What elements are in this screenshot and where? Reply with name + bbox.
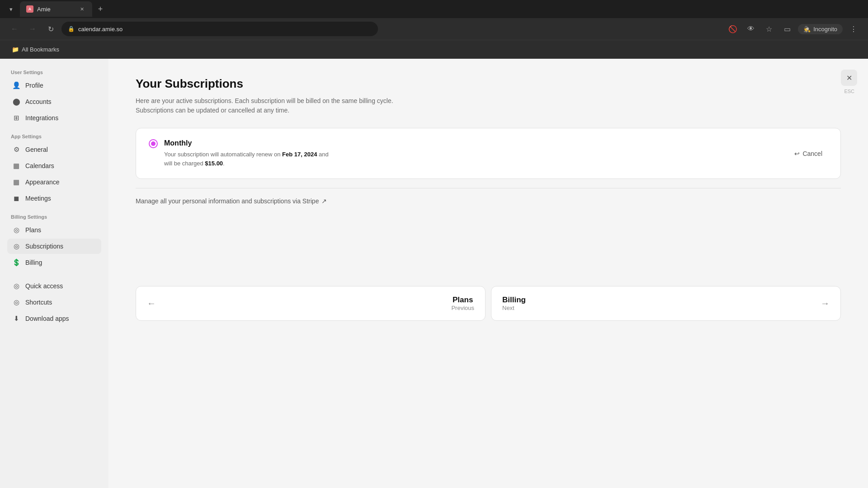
incognito-label: Incognito xyxy=(813,26,837,33)
cancel-subscription-btn[interactable]: ↩ Cancel xyxy=(789,147,828,160)
tab-title: Amie xyxy=(37,6,51,13)
subscription-radio xyxy=(149,139,158,148)
sidebar-item-meetings[interactable]: ◼ Meetings xyxy=(7,191,101,206)
tab-history-btn[interactable]: ▾ xyxy=(4,2,18,16)
billing-settings-label: Billing Settings xyxy=(7,214,101,220)
lock-icon: 🔒 xyxy=(68,26,75,32)
cancel-label: Cancel xyxy=(802,150,822,157)
sidebar-item-label: Shortcuts xyxy=(25,299,52,306)
sidebar-item-accounts[interactable]: ⬤ Accounts xyxy=(7,94,101,109)
cancel-icon: ↩ xyxy=(794,150,800,157)
next-btn-main: Billing xyxy=(502,296,526,305)
sidebar-item-label: Accounts xyxy=(25,98,52,105)
sidebar-item-calendars[interactable]: ▦ Calendars xyxy=(7,158,101,174)
close-button[interactable]: ✕ xyxy=(841,70,857,86)
more-menu-btn[interactable]: ⋮ xyxy=(846,22,861,36)
prev-nav-btn[interactable]: ← Plans Previous xyxy=(136,286,486,321)
bookmarks-bar: 📁 All Bookmarks xyxy=(0,40,868,59)
sidebar-item-label: Plans xyxy=(25,226,41,234)
address-bar[interactable]: 🔒 calendar.amie.so xyxy=(61,22,378,36)
esc-label: ESC xyxy=(844,89,854,94)
prev-btn-sub: Previous xyxy=(451,305,474,311)
prev-btn-main: Plans xyxy=(451,296,474,305)
sidebar-item-label: Quick access xyxy=(25,282,63,290)
sidebar-item-profile[interactable]: 👤 Profile xyxy=(7,78,101,93)
incognito-badge: 🕵 Incognito xyxy=(798,24,843,34)
forward-btn[interactable]: → xyxy=(25,22,40,36)
calendars-icon: ▦ xyxy=(12,161,21,170)
sidebar-item-subscriptions[interactable]: ◎ Subscriptions xyxy=(7,239,101,254)
bookmark-folder-icon: 📁 xyxy=(12,46,19,53)
browser-tab[interactable]: A Amie ✕ xyxy=(20,1,92,17)
accounts-icon: ⬤ xyxy=(12,97,21,106)
stripe-external-icon: ↗ xyxy=(321,197,327,205)
sidebar-item-label: General xyxy=(25,146,48,153)
sidebar-item-label: Billing xyxy=(25,259,42,266)
next-nav-btn[interactable]: Billing Next → xyxy=(491,286,841,321)
sidebar-item-general[interactable]: ⚙ General xyxy=(7,142,101,157)
new-tab-btn[interactable]: + xyxy=(94,3,107,15)
browser-chrome: ▾ A Amie ✕ + ← → ↻ 🔒 calendar.amie.so 🚫 … xyxy=(0,0,868,59)
prev-btn-content: Plans Previous xyxy=(451,296,474,311)
meetings-icon: ◼ xyxy=(12,194,21,203)
sidebar-item-quick-access[interactable]: ◎ Quick access xyxy=(7,278,101,294)
amount: $15.00 xyxy=(205,160,223,167)
sidebar-item-label: Appearance xyxy=(25,178,60,186)
stripe-link[interactable]: Manage all your personal information and… xyxy=(136,197,841,205)
tab-close-btn[interactable]: ✕ xyxy=(78,5,86,13)
sidebar-item-appearance[interactable]: ▦ Appearance xyxy=(7,174,101,190)
subscription-description: Your subscription will automatically ren… xyxy=(164,150,329,168)
section-divider xyxy=(136,188,841,188)
sidebar-item-label: Meetings xyxy=(25,195,51,202)
star-icon[interactable]: ☆ xyxy=(762,22,776,36)
close-icon: ✕ xyxy=(846,74,852,82)
sidebar: User Settings 👤 Profile ⬤ Accounts ⊞ Int… xyxy=(0,59,108,488)
url-text: calendar.amie.so xyxy=(78,26,123,33)
eye-icon[interactable]: 👁 xyxy=(744,22,758,36)
sidebar-item-label: Subscriptions xyxy=(25,243,63,250)
billing-icon: 💲 xyxy=(12,258,21,267)
sidebar-item-integrations[interactable]: ⊞ Integrations xyxy=(7,110,101,126)
download-apps-icon: ⬇ xyxy=(12,314,21,323)
all-bookmarks-btn[interactable]: 📁 All Bookmarks xyxy=(7,44,64,55)
app-settings-label: App Settings xyxy=(7,134,101,139)
prev-arrow-icon: ← xyxy=(147,298,156,309)
sidebar-item-shortcuts[interactable]: ◎ Shortcuts xyxy=(7,295,101,310)
all-bookmarks-label: All Bookmarks xyxy=(22,46,59,53)
desc-mid: and xyxy=(317,151,328,158)
nav-footer: ← Plans Previous Billing Next → xyxy=(136,286,841,321)
reload-btn[interactable]: ↻ xyxy=(43,22,58,36)
sidebar-item-billing[interactable]: 💲 Billing xyxy=(7,255,101,270)
subtitle-line1: Here are your active subscriptions. Each… xyxy=(136,97,393,104)
amount-suffix: . xyxy=(223,160,225,167)
renewal-date: Feb 17, 2024 xyxy=(282,151,317,158)
next-btn-sub: Next xyxy=(502,305,526,311)
subtitle-line2: Subscriptions can be updated or cancelle… xyxy=(136,107,289,114)
sidebar-item-plans[interactable]: ◎ Plans xyxy=(7,222,101,238)
main-content: ✕ ESC Your Subscriptions Here are your a… xyxy=(108,59,868,488)
subscription-details: Monthly Your subscription will automatic… xyxy=(164,139,329,168)
browser-tabs-bar: ▾ A Amie ✕ + xyxy=(0,0,868,18)
sidebar-item-label: Integrations xyxy=(25,114,58,122)
sidebar-icon[interactable]: ▭ xyxy=(780,22,794,36)
tab-favicon: A xyxy=(26,5,33,13)
general-icon: ⚙ xyxy=(12,145,21,154)
quick-access-icon: ◎ xyxy=(12,282,21,291)
sidebar-item-download-apps[interactable]: ⬇ Download apps xyxy=(7,311,101,326)
plans-icon: ◎ xyxy=(12,225,21,235)
incognito-icon: 🕵 xyxy=(803,26,811,33)
desc-pre: Your subscription will automatically ren… xyxy=(164,151,282,158)
stripe-text: Manage all your personal information and… xyxy=(136,197,319,205)
page-title: Your Subscriptions xyxy=(136,77,841,91)
subscriptions-icon: ◎ xyxy=(12,242,21,251)
eye-slash-icon[interactable]: 🚫 xyxy=(726,22,740,36)
page-subtitle: Here are your active subscriptions. Each… xyxy=(136,96,841,115)
nav-right-actions: 🚫 👁 ☆ ▭ 🕵 Incognito ⋮ xyxy=(726,22,861,36)
subscription-plan-name: Monthly xyxy=(164,139,329,147)
back-btn[interactable]: ← xyxy=(7,22,22,36)
sidebar-item-label: Calendars xyxy=(25,162,54,169)
appearance-icon: ▦ xyxy=(12,178,21,187)
subscription-card: Monthly Your subscription will automatic… xyxy=(136,128,841,179)
next-btn-content: Billing Next xyxy=(502,296,526,311)
browser-nav-bar: ← → ↻ 🔒 calendar.amie.so 🚫 👁 ☆ ▭ 🕵 Incog… xyxy=(0,18,868,40)
